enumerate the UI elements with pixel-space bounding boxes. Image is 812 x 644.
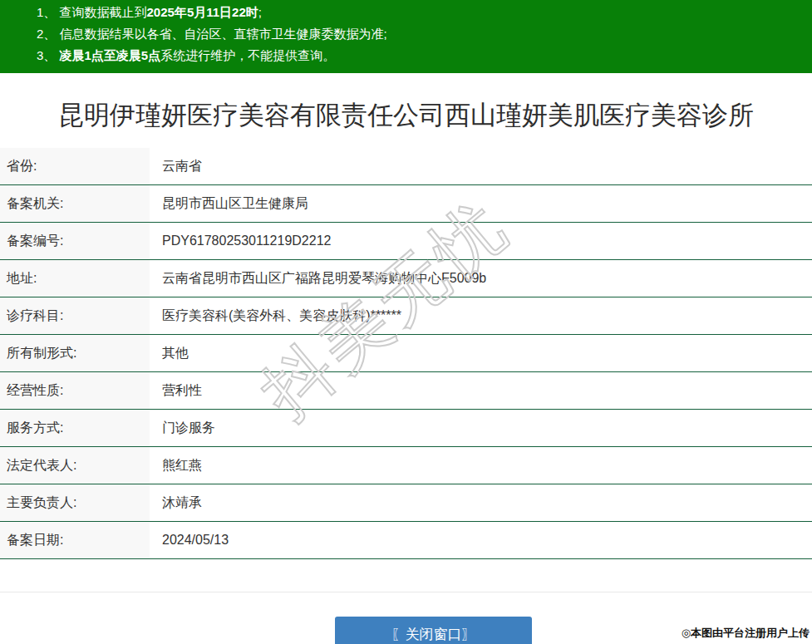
- row-value: 门诊服务: [150, 410, 812, 446]
- table-row-legal-representative: 法定代表人: 熊红燕: [0, 447, 812, 484]
- record-table: 省份: 云南省 备案机关: 昆明市西山区卫生健康局 备案编号: PDY61780…: [0, 148, 812, 559]
- row-label: 省份:: [0, 148, 150, 184]
- row-value: 熊红燕: [150, 447, 812, 484]
- row-value: 2024/05/13: [150, 522, 812, 558]
- table-row-business-nature: 经营性质: 营利性: [0, 372, 812, 410]
- table-row-ownership-form: 所有制形式: 其他: [0, 335, 812, 372]
- upload-stamp-text: ◎本图由平台注册用户上传: [682, 626, 810, 641]
- notice-banner: 1、 查询数据截止到2025年5月11日22时; 2、 信息数据结果以各省、自治…: [0, 0, 812, 73]
- record-detail-page: 1、 查询数据截止到2025年5月11日22时; 2、 信息数据结果以各省、自治…: [0, 0, 812, 644]
- page-title: 昆明伊瑾妍医疗美容有限责任公司西山瑾妍美肌医疗美容诊所: [0, 101, 812, 130]
- notice-line-1-prefix: 1、 查询数据截止到: [37, 5, 147, 19]
- notice-line-1-suffix: ;: [258, 5, 262, 19]
- footer-divider: [0, 592, 812, 592]
- notice-line-3-suffix: 系统进行维护，不能提供查询。: [160, 48, 335, 62]
- row-label: 经营性质:: [0, 372, 150, 409]
- notice-line-3-bold: 凌晨1点至凌晨5点: [60, 48, 161, 62]
- row-value: 沐靖承: [150, 484, 812, 521]
- row-label: 所有制形式:: [0, 335, 150, 371]
- row-value: 医疗美容科(美容外科、美容皮肤科)******: [150, 297, 812, 334]
- row-label: 备案机关:: [0, 185, 150, 222]
- notice-line-2: 2、 信息数据结果以各省、自治区、直辖市卫生健康委数据为准;: [37, 23, 804, 45]
- row-label: 服务方式:: [0, 410, 150, 446]
- table-row-service-mode: 服务方式: 门诊服务: [0, 410, 812, 447]
- row-value: 云南省: [150, 148, 812, 184]
- table-row-province: 省份: 云南省: [0, 148, 812, 185]
- row-label: 备案编号:: [0, 223, 150, 259]
- notice-line-1-bold: 2025年5月11日22时: [147, 5, 258, 19]
- notice-line-1: 1、 查询数据截止到2025年5月11日22时;: [37, 2, 804, 23]
- row-value: 其他: [150, 335, 812, 371]
- row-label: 诊疗科目:: [0, 297, 150, 334]
- table-row-filing-authority: 备案机关: 昆明市西山区卫生健康局: [0, 185, 812, 223]
- notice-line-3-prefix: 3、: [37, 48, 60, 62]
- table-row-filing-date: 备案日期: 2024/05/13: [0, 522, 812, 559]
- row-label: 地址:: [0, 260, 150, 297]
- table-row-treatment-subjects: 诊疗科目: 医疗美容科(美容外科、美容皮肤科)******: [0, 297, 812, 335]
- close-window-button[interactable]: 〖关闭窗口〗: [335, 617, 532, 644]
- row-label: 备案日期:: [0, 522, 150, 558]
- row-value: PDY61780253011219D2212: [150, 223, 812, 259]
- notice-line-3: 3、 凌晨1点至凌晨5点系统进行维护，不能提供查询。: [37, 45, 804, 66]
- notice-line-2-prefix: 2、 信息数据结果以各省、自治区、直辖市卫生健康委数据为准;: [37, 27, 387, 41]
- row-value: 昆明市西山区卫生健康局: [150, 185, 812, 222]
- row-value: 营利性: [150, 372, 812, 409]
- row-label: 主要负责人:: [0, 484, 150, 521]
- table-row-address: 地址: 云南省昆明市西山区广福路昆明爱琴海购物中心F5009b: [0, 260, 812, 297]
- row-value: 云南省昆明市西山区广福路昆明爱琴海购物中心F5009b: [150, 260, 812, 297]
- row-label: 法定代表人:: [0, 447, 150, 484]
- table-row-main-person-in-charge: 主要负责人: 沐靖承: [0, 484, 812, 522]
- table-row-filing-number: 备案编号: PDY61780253011219D2212: [0, 223, 812, 260]
